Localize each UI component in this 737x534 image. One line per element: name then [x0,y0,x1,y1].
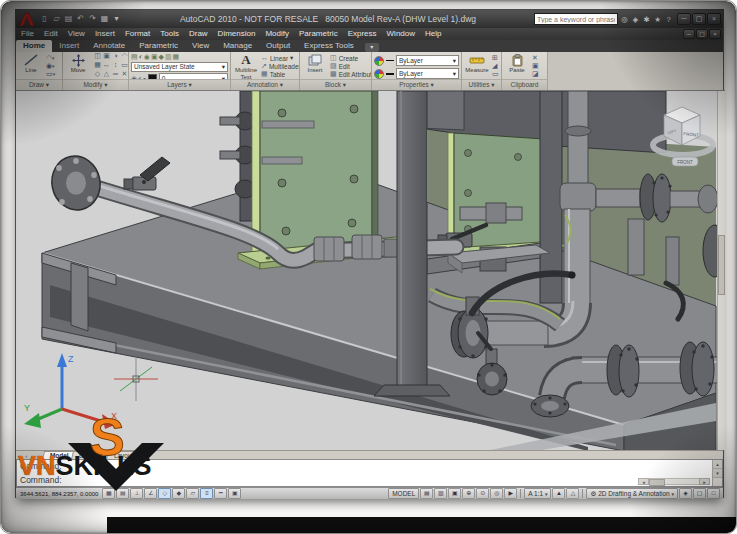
tab-parametric[interactable]: Parametric [132,40,185,52]
status-nav-icon[interactable]: ▤ [420,488,433,499]
qat-icon[interactable]: ▱ [51,13,62,25]
qat-icon[interactable]: ↶ [75,13,86,25]
minimize-button[interactable]: ─ [677,13,691,25]
status-nav-icon[interactable]: ⊙ [476,488,489,499]
block-tool[interactable]: ◫ Create [330,54,371,62]
status-toggle[interactable]: ▦ [102,488,115,499]
clipboard-tool-icon[interactable]: ▣ [532,62,539,70]
status-toggle[interactable]: ◆ [172,488,185,499]
status-nav-icon[interactable]: ▥ [434,488,447,499]
infocenter-icon[interactable]: ✱ [642,15,651,24]
doc-minimize-button[interactable]: ─ [683,29,695,39]
scroll-up-icon[interactable]: ▴ [713,460,722,469]
viewport-vertical-scrollbar[interactable] [717,91,725,450]
clipboard-tool-icon[interactable]: ◪ [532,70,539,78]
annotation-scale-button[interactable]: A 1:1 ▾ [524,488,551,499]
utility-tool-icon[interactable]: ◢ [492,62,499,70]
utility-tool-icon[interactable]: ⊞ [492,54,499,62]
tab-output[interactable]: Output [259,40,297,52]
draw-tool-icon[interactable]: ◉▾ [46,62,55,70]
qat-icon[interactable]: ▯ [39,13,50,25]
annotation-panel-label[interactable]: Annotation ▾ [231,79,299,90]
block-tool[interactable]: ▨ Edit [330,62,371,70]
measure-button[interactable]: Measure [464,53,490,78]
restore-button[interactable]: ▢ [692,13,706,25]
menu-item[interactable]: Modify [260,28,294,40]
modify-tool-icon[interactable]: ▣ [102,52,111,61]
status-toggle[interactable]: ≡ [200,488,213,499]
layer-tool-icon[interactable]: ◉ [144,53,150,61]
annotation-tool[interactable]: ↗ Multileader▾ [261,62,299,70]
layer-tool-icon[interactable]: ▦ [173,53,180,61]
menu-item[interactable]: Insert [90,28,120,40]
model-space-button[interactable]: MODEL [388,488,419,499]
menu-item[interactable]: Tools [155,28,184,40]
status-nav-icon[interactable]: ▣ [448,488,461,499]
menu-item[interactable]: Dimension [213,28,261,40]
layers-panel-label[interactable]: Layers ▾ [129,79,230,90]
menu-item[interactable]: Express [343,28,382,40]
qat-icon[interactable]: ▤ [63,13,74,25]
doc-close-button[interactable]: × [709,29,721,39]
menu-item[interactable]: Format [120,28,155,40]
infocenter-icon[interactable]: ◎ [620,15,629,24]
properties-panel-label[interactable]: Properties ▾ [372,79,461,90]
modify-tool-icon[interactable]: ◫ [93,52,102,61]
modify-panel-label[interactable]: Modify ▾ [63,79,128,90]
command-scrollbar[interactable]: ▴ ▾ [712,460,722,486]
tab-view[interactable]: View [185,40,216,52]
status-tray-icon[interactable]: ◈ [679,488,692,499]
multiline-text-button[interactable]: A Multiline Text [233,53,259,78]
qat-icon[interactable]: ↷ [87,13,98,25]
layer-tool-icon[interactable]: ◐ [139,53,143,61]
insert-button[interactable]: Insert [302,53,328,78]
modify-tool-icon[interactable]: △ [102,70,111,79]
menu-item[interactable]: Window [382,28,420,40]
status-toggle[interactable]: ◇ [158,488,171,499]
status-toggle[interactable]: ▣ [228,488,241,499]
modify-tool-icon[interactable]: ◠ [120,52,128,61]
scroll-left-icon[interactable]: ◂ [638,478,649,485]
viewport-canvas[interactable]: FRONT LEFT FRONT Z X Y [16,91,718,451]
status-nav-icon[interactable]: ⊕ [462,488,475,499]
close-button[interactable]: × [707,13,721,25]
layer-tool-icon[interactable]: ▣ [151,53,158,61]
draw-tool-icon[interactable]: ▭▾ [46,70,55,78]
block-panel-label[interactable]: Block ▾ [300,79,371,90]
status-nav-icon[interactable]: ▶ [504,488,517,499]
status-nav-icon[interactable]: ◎ [490,488,503,499]
move-button[interactable]: Move [65,53,91,78]
infocenter-icon[interactable]: ★ [653,15,662,24]
modify-tool-icon[interactable]: ◑ [111,52,120,61]
bylayer-dropdown[interactable]: ByLayer▾ [396,68,459,79]
menu-item[interactable]: Help [420,28,446,40]
modify-tool-icon[interactable]: ▦ [93,61,102,70]
paste-button[interactable]: Paste [504,53,530,78]
menu-item[interactable]: View [63,28,90,40]
minimize-ribbon-button[interactable]: ▾ [365,43,379,52]
menu-item[interactable]: Draw [184,28,213,40]
modify-tool-icon[interactable]: ▭ [120,61,128,70]
annotation-tool[interactable]: ↔ Linear▾ [261,54,299,62]
command-window[interactable]: Command: Command: ▴ ▾ ◂ ▸ [16,459,723,487]
qat-icon[interactable]: ▾ [111,13,122,25]
scroll-right-icon[interactable]: ▸ [699,478,710,485]
layer-tool-icon[interactable]: ▥ [165,53,172,61]
draw-panel-label[interactable]: Draw ▾ [16,79,62,90]
doc-restore-button[interactable]: ▢ [696,29,708,39]
annotation-status-icon[interactable]: △ [566,488,579,499]
status-toggle[interactable]: ▱ [186,488,199,499]
modify-tool-icon[interactable]: ↕ [111,61,120,70]
qat-icon[interactable]: ▦ [99,13,110,25]
draw-tool-icon[interactable]: ◠▾ [46,54,55,62]
scroll-down-icon[interactable]: ▾ [713,469,722,478]
bylayer-dropdown[interactable]: ByLayer▾ [396,55,459,66]
infocenter-icon[interactable]: ? [664,15,673,24]
modify-tool-icon[interactable]: ═ [111,70,120,79]
workspace-switcher[interactable]: ⚙ 2D Drafting & Annotation ▾ [586,488,678,499]
annotation-status-icon[interactable]: ▲ [552,488,565,499]
tab-express-tools[interactable]: Express Tools [297,40,361,52]
command-hscrollbar[interactable]: ◂ ▸ [638,478,710,485]
clipboard-tool-icon[interactable]: ✕ [532,54,539,62]
infocenter-icon[interactable]: ◈ [631,15,640,24]
